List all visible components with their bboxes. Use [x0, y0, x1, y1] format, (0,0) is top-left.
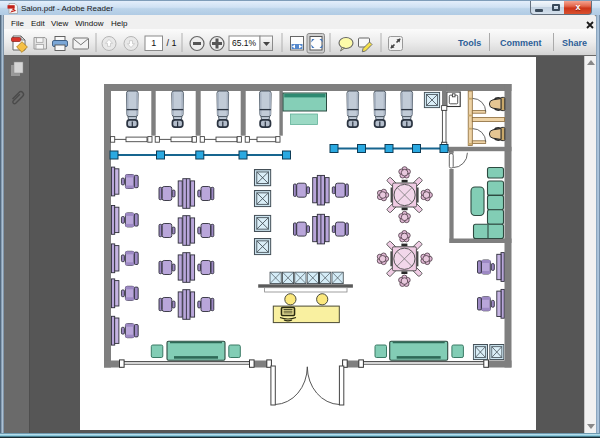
svg-text:65.1%: 65.1% — [232, 38, 257, 48]
svg-text:/ 1: / 1 — [167, 38, 177, 48]
svg-text:1: 1 — [151, 38, 156, 48]
